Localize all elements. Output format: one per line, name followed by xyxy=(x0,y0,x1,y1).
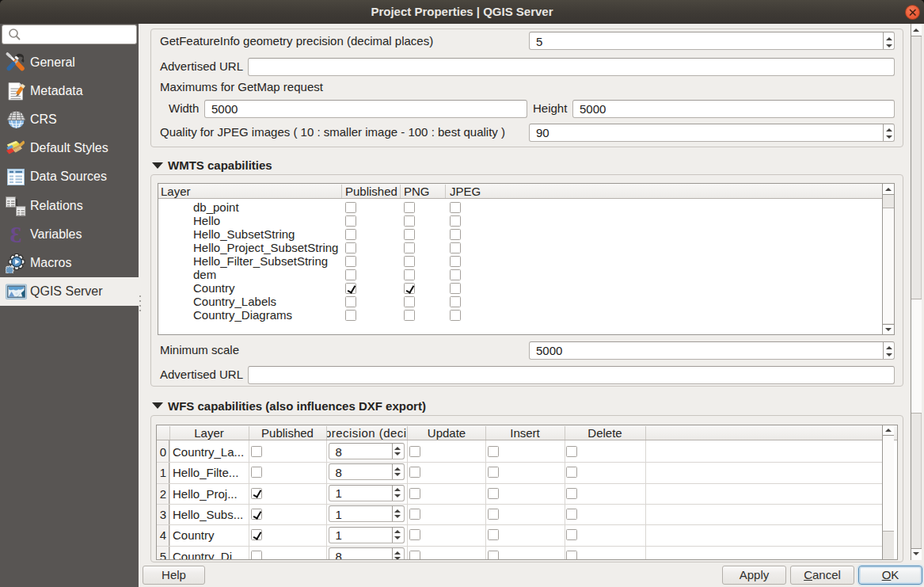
svg-text:3: 3 xyxy=(10,224,22,245)
